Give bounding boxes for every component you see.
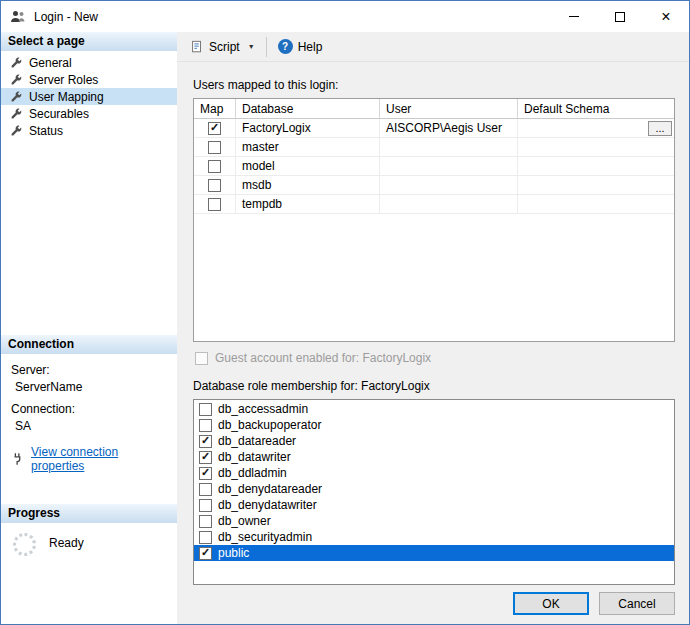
map-checkbox[interactable] xyxy=(208,160,221,173)
page-wrench-icon xyxy=(10,90,23,103)
role-row[interactable]: db_ddladmin xyxy=(194,465,674,481)
map-checkbox[interactable] xyxy=(208,198,221,211)
toolbar: Script ▼ ? Help xyxy=(177,32,689,62)
user-cell[interactable] xyxy=(380,157,518,176)
page-label: Server Roles xyxy=(29,73,98,87)
role-membership-label: Database role membership for: FactoryLog… xyxy=(193,379,675,393)
column-header-user: User xyxy=(380,99,518,119)
sidebar-page-item[interactable]: Securables xyxy=(1,105,177,122)
script-dropdown-arrow[interactable]: ▼ xyxy=(248,43,255,50)
role-label: db_accessadmin xyxy=(218,402,308,416)
default-schema-cell[interactable]: ... xyxy=(518,119,674,138)
table-rows: FactoryLogix AISCORP\Aegis User ... xyxy=(194,119,674,214)
role-row[interactable]: db_datareader xyxy=(194,433,674,449)
page-label: General xyxy=(29,56,72,70)
connection-value: SA xyxy=(15,419,171,433)
server-value: ServerName xyxy=(15,380,171,394)
default-schema-cell[interactable]: ... xyxy=(518,195,674,214)
help-label: Help xyxy=(298,40,323,54)
browse-button[interactable]: ... xyxy=(648,121,672,136)
column-header-map: Map xyxy=(194,99,236,119)
map-checkbox[interactable] xyxy=(208,122,221,135)
spinner-ring-icon xyxy=(13,533,36,556)
table-row[interactable]: msdb ... xyxy=(194,176,674,195)
default-schema-cell[interactable]: ... xyxy=(518,176,674,195)
table-row[interactable]: FactoryLogix AISCORP\Aegis User ... xyxy=(194,119,674,138)
role-row[interactable]: db_denydatareader xyxy=(194,481,674,497)
cancel-button[interactable]: Cancel xyxy=(599,592,675,615)
user-cell[interactable]: AISCORP\Aegis User xyxy=(380,119,518,138)
ok-button[interactable]: OK xyxy=(513,592,589,615)
map-checkbox[interactable] xyxy=(208,179,221,192)
login-window-icon xyxy=(10,9,26,25)
sidebar-page-item[interactable]: Server Roles xyxy=(1,71,177,88)
progress-section: Ready xyxy=(1,523,177,624)
database-cell[interactable]: model xyxy=(236,157,380,176)
map-cell xyxy=(194,195,236,214)
dialog-buttons: OK Cancel xyxy=(193,592,675,615)
role-row[interactable]: public xyxy=(194,545,674,561)
database-cell[interactable]: msdb xyxy=(236,176,380,195)
role-row[interactable]: db_owner xyxy=(194,513,674,529)
dialog-body: Select a page General xyxy=(1,32,689,624)
help-button[interactable]: ? Help xyxy=(272,36,329,57)
role-label: db_owner xyxy=(218,514,271,528)
role-checkbox[interactable] xyxy=(199,419,212,432)
role-checkbox[interactable] xyxy=(199,499,212,512)
table-header: Map Database User Default Schema xyxy=(194,99,674,119)
connection-properties-row: View connection properties xyxy=(11,445,171,473)
page-list: General Server Roles xyxy=(1,51,177,335)
map-cell xyxy=(194,176,236,195)
default-schema-cell[interactable]: ... xyxy=(518,157,674,176)
database-cell[interactable]: master xyxy=(236,138,380,157)
role-row[interactable]: db_securityadmin xyxy=(194,529,674,545)
role-label: db_backupoperator xyxy=(218,418,321,432)
minimize-button[interactable] xyxy=(551,1,597,32)
minimize-icon xyxy=(569,16,579,17)
sidebar-page-item[interactable]: General xyxy=(1,54,177,71)
guest-account-label: Guest account enabled for: FactoryLogix xyxy=(215,351,431,365)
role-checkbox[interactable] xyxy=(199,451,212,464)
connection-label: Connection: xyxy=(11,402,171,416)
map-cell xyxy=(194,119,236,138)
titlebar: Login - New × xyxy=(1,1,689,32)
user-cell[interactable] xyxy=(380,138,518,157)
table-row[interactable]: master ... xyxy=(194,138,674,157)
user-cell[interactable] xyxy=(380,195,518,214)
view-connection-properties-link[interactable]: View connection properties xyxy=(31,445,171,473)
progress-status: Ready xyxy=(49,536,84,550)
sidebar-page-item[interactable]: Status xyxy=(1,122,177,139)
table-row[interactable]: model ... xyxy=(194,157,674,176)
page-wrench-icon xyxy=(10,124,23,137)
role-label: public xyxy=(218,546,249,560)
role-checkbox[interactable] xyxy=(199,547,212,560)
role-checkbox[interactable] xyxy=(199,467,212,480)
script-button[interactable]: Script ▼ xyxy=(184,37,261,57)
role-checkbox[interactable] xyxy=(199,435,212,448)
user-cell[interactable] xyxy=(380,176,518,195)
map-checkbox[interactable] xyxy=(208,141,221,154)
default-schema-cell[interactable]: ... xyxy=(518,138,674,157)
role-label: db_ddladmin xyxy=(218,466,287,480)
column-header-default-schema: Default Schema xyxy=(518,99,674,119)
close-button[interactable]: × xyxy=(643,1,689,32)
database-cell[interactable]: tempdb xyxy=(236,195,380,214)
page-label: Status xyxy=(29,124,63,138)
table-row[interactable]: tempdb ... xyxy=(194,195,674,214)
role-checkbox[interactable] xyxy=(199,515,212,528)
role-row[interactable]: db_backupoperator xyxy=(194,417,674,433)
role-checkbox[interactable] xyxy=(199,483,212,496)
script-label: Script xyxy=(209,40,240,54)
role-checkbox[interactable] xyxy=(199,403,212,416)
role-row[interactable]: db_denydatawriter xyxy=(194,497,674,513)
page-wrench-icon xyxy=(10,107,23,120)
maximize-button[interactable] xyxy=(597,1,643,32)
window-controls: × xyxy=(551,1,689,32)
role-checkbox[interactable] xyxy=(199,531,212,544)
role-label: db_datawriter xyxy=(218,450,291,464)
role-row[interactable]: db_datawriter xyxy=(194,449,674,465)
sidebar-page-item[interactable]: User Mapping xyxy=(1,88,177,105)
role-row[interactable]: db_accessadmin xyxy=(194,401,674,417)
database-cell[interactable]: FactoryLogix xyxy=(236,119,380,138)
connection-section: Server: ServerName Connection: SA View c… xyxy=(1,354,177,504)
